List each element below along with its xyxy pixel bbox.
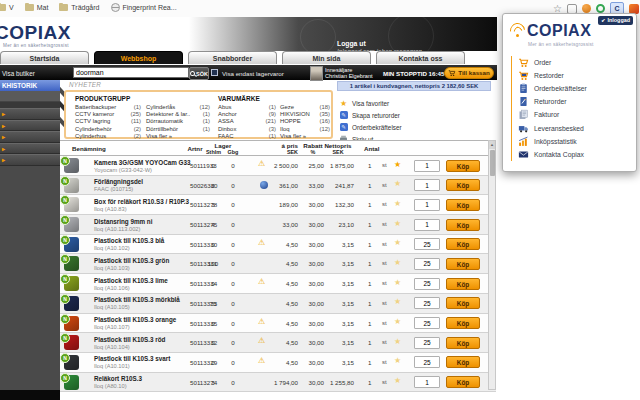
filter-link[interactable]: Geze (18) <box>280 104 330 111</box>
ring-green-icon[interactable] <box>596 4 605 13</box>
show-stores-link[interactable]: Visa butiker <box>2 70 35 77</box>
sidebar-category-item[interactable] <box>0 343 60 350</box>
sidebar-category-item[interactable] <box>0 204 60 211</box>
sidebar-category-item[interactable] <box>0 350 60 357</box>
sidebar-category-item[interactable] <box>0 297 60 304</box>
buy-button[interactable]: Köp <box>446 337 480 349</box>
quantity-input[interactable] <box>414 337 440 349</box>
action-link[interactable]: ★ Visa favoriter <box>339 97 402 109</box>
sidebar-category-item[interactable] <box>0 383 60 390</box>
quantity-input[interactable] <box>414 317 440 329</box>
favorite-star-icon[interactable]: ★ <box>394 238 401 247</box>
sidebar-category-item[interactable] <box>0 217 60 224</box>
sidebar-category-item[interactable] <box>0 270 60 277</box>
stock-only-checkbox[interactable] <box>211 69 218 76</box>
filter-link[interactable]: Iloq (12) <box>280 126 330 133</box>
buy-button[interactable]: Köp <box>446 356 480 368</box>
action-link[interactable]: ✎ Orderbekräftelser <box>339 121 402 133</box>
favorite-star-icon[interactable]: ★ <box>394 219 401 228</box>
sidebar-section-button[interactable] <box>0 108 60 120</box>
bookmark-item[interactable]: Trädgård <box>59 4 99 11</box>
product-thumbnail[interactable]: N <box>64 178 79 193</box>
filter-link[interactable]: Visa fler » <box>280 133 330 140</box>
product-name[interactable]: Plastlock till K10S.3 grön <box>94 257 169 264</box>
favorite-star-icon[interactable]: ★ <box>394 278 401 287</box>
buy-button[interactable]: Köp <box>446 297 480 309</box>
product-name[interactable]: Box för reläkort R10.S3 / R10P.3 <box>94 198 189 205</box>
favorite-star-icon[interactable]: ★ <box>394 317 401 326</box>
sidebar-category-item[interactable] <box>0 237 60 244</box>
sidebar-category-item[interactable] <box>0 330 60 337</box>
sidebar-category-item[interactable] <box>0 177 60 184</box>
filter-link[interactable]: CCTV kameror (25) <box>75 111 141 118</box>
product-name[interactable]: Plastlock till K10S.3 orange <box>94 316 176 323</box>
filter-link[interactable]: FAAC (1) <box>218 133 276 140</box>
product-thumbnail[interactable]: N <box>64 296 79 311</box>
filter-link[interactable]: Visa fler » <box>146 133 210 140</box>
tab-kontakta-oss[interactable]: Kontakta oss <box>376 51 465 64</box>
sidebar-category-item[interactable] <box>0 290 60 297</box>
sidebar-category-item[interactable] <box>0 263 60 270</box>
sidebar-category-item[interactable] <box>0 244 60 251</box>
filter-link[interactable]: HOPPE (16) <box>280 118 330 125</box>
buy-button[interactable]: Köp <box>446 160 480 172</box>
sidebar-category-item[interactable] <box>0 283 60 290</box>
filter-link[interactable]: Cylinderbehör (2) <box>75 126 141 133</box>
buy-button[interactable]: Köp <box>446 278 480 290</box>
quantity-input[interactable] <box>414 297 440 309</box>
quantity-input[interactable] <box>414 278 440 290</box>
popup-item-order[interactable]: Order <box>518 56 632 69</box>
product-thumbnail[interactable]: N <box>64 197 79 212</box>
scrollbar-thumb[interactable] <box>490 150 495 176</box>
filter-link[interactable]: CCTV lagring (11) <box>75 118 141 125</box>
popup-item-kontakta-copiax[interactable]: Kontakta Copiax <box>518 148 632 161</box>
sidebar-category-item[interactable] <box>0 230 60 237</box>
favorite-star-icon[interactable]: ★ <box>394 179 401 188</box>
quantity-input[interactable] <box>414 376 440 388</box>
product-name[interactable]: Förlängningsdel <box>94 178 143 185</box>
tab-min-sida[interactable]: Min sida <box>282 51 371 64</box>
search-input[interactable] <box>73 67 189 78</box>
product-name[interactable]: Plastlock till K10S.3 röd <box>94 336 165 343</box>
sidebar-category-item[interactable] <box>0 317 60 324</box>
sidebar-section-button[interactable] <box>0 131 60 143</box>
filter-link[interactable]: Cylinderhus (2) <box>75 133 141 140</box>
filter-link[interactable]: HIKVISION (35) <box>280 111 330 118</box>
product-name[interactable]: Kamera 3G/GSM YOYOCam G33 <box>94 159 190 166</box>
buy-button[interactable]: Köp <box>446 258 480 270</box>
popup-item-restorder[interactable]: Restorder <box>518 69 632 82</box>
sidebar-category-item[interactable] <box>0 197 60 204</box>
filter-link[interactable]: Anchor (9) <box>218 111 276 118</box>
table-scrollbar[interactable]: ▲ <box>488 140 496 390</box>
product-thumbnail[interactable]: N <box>64 237 79 252</box>
search-button[interactable]: SÖK <box>189 67 209 80</box>
tile-red-icon[interactable] <box>629 4 639 14</box>
favorite-star-icon[interactable]: ★ <box>394 258 401 267</box>
product-name[interactable]: Plastlock till K10S.3 lime <box>94 277 168 284</box>
filter-link[interactable]: Cylinderlås (12) <box>146 104 210 111</box>
search-history-item[interactable] <box>0 91 60 102</box>
sidebar-category-item[interactable] <box>0 257 60 264</box>
quantity-input[interactable] <box>414 179 440 191</box>
checkout-button[interactable]: Till kassan <box>444 67 494 79</box>
product-name[interactable]: Distansring 9mm ni <box>94 218 152 225</box>
product-thumbnail[interactable]: N <box>64 256 79 271</box>
filter-link[interactable]: ASSA (21) <box>218 118 276 125</box>
sidebar-category-item[interactable] <box>0 303 60 310</box>
sidebar-section-button[interactable] <box>0 154 60 166</box>
favorite-star-icon[interactable]: ★ <box>394 376 401 385</box>
sidebar-category-item[interactable] <box>0 250 60 257</box>
sidebar-section-button[interactable] <box>0 120 60 132</box>
popup-item-fakturor[interactable]: Fakturor <box>518 108 632 121</box>
favorite-star-icon[interactable]: ★ <box>394 297 401 306</box>
filter-link[interactable]: Abus (1) <box>218 104 276 111</box>
tab-webbshop[interactable]: Webbshop <box>94 51 183 64</box>
product-thumbnail[interactable]: N <box>64 375 79 390</box>
product-thumbnail[interactable]: N <box>64 316 79 331</box>
action-link[interactable]: ✎ Skapa returorder <box>339 109 402 121</box>
popup-item-returorder[interactable]: Returorder <box>518 95 632 108</box>
sidebar-category-item[interactable] <box>0 310 60 317</box>
quantity-input[interactable] <box>414 356 440 368</box>
filter-link[interactable]: Batteribackuper (1) <box>75 104 141 111</box>
filter-link[interactable]: Dinbox (3) <box>218 126 276 133</box>
